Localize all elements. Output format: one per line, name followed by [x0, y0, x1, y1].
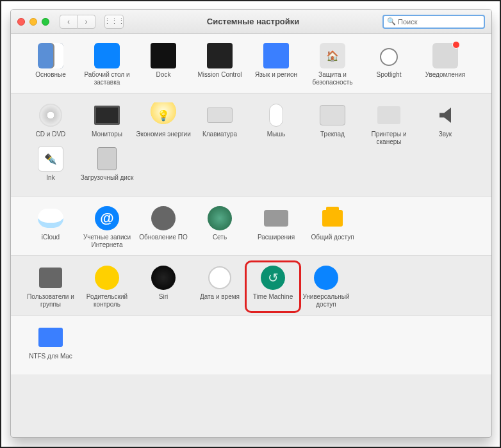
pref-energy[interactable]: 💡Экономия энергии	[135, 102, 192, 146]
search-field[interactable]: 🔍	[382, 15, 485, 29]
grid-icon: ⋮⋮⋮	[104, 17, 125, 26]
software-update-icon	[151, 205, 176, 231]
keyboard-icon	[207, 102, 233, 128]
pref-siri[interactable]: Siri	[135, 265, 192, 308]
window-title: Системные настройки	[129, 17, 377, 26]
pref-printers[interactable]: Принтеры и сканеры	[361, 102, 417, 146]
pref-desktop[interactable]: Рабочий стол и заставка	[79, 43, 135, 86]
users-icon	[38, 265, 63, 291]
pref-date-time[interactable]: Дата и время	[192, 265, 248, 308]
energy-icon: 💡	[151, 102, 176, 128]
chevron-left-icon: ‹	[67, 17, 70, 26]
time-machine-icon: ↺	[260, 265, 286, 291]
pref-general[interactable]: Основные	[22, 43, 79, 86]
pref-trackpad[interactable]: Трекпад	[304, 102, 361, 146]
general-icon	[38, 43, 63, 68]
pref-security[interactable]: 🏠Защита и безопасность	[304, 43, 361, 86]
window-controls	[17, 18, 49, 26]
section-hardware: CD и DVD Мониторы 💡Экономия энергии Клав…	[11, 93, 491, 196]
pref-notifications[interactable]: Уведомления	[417, 43, 473, 86]
back-button[interactable]: ‹	[60, 15, 78, 29]
printers-icon	[376, 102, 402, 128]
internet-accounts-icon: @	[94, 205, 120, 231]
icloud-icon	[38, 205, 63, 231]
pref-time-machine[interactable]: ↺Time Machine	[245, 260, 301, 313]
pref-startup-disk[interactable]: Загрузочный диск	[79, 146, 135, 189]
date-time-icon	[207, 265, 233, 291]
desktop-icon	[94, 43, 120, 68]
pref-software-update[interactable]: Обновление ПО	[135, 205, 192, 249]
pref-language[interactable]: Язык и регион	[248, 43, 304, 86]
pref-mission-control[interactable]: Mission Control	[192, 43, 248, 86]
pref-network[interactable]: Сеть	[192, 205, 248, 249]
pref-accessibility[interactable]: Универсальный доступ	[298, 265, 354, 308]
displays-icon	[94, 102, 120, 128]
pref-keyboard[interactable]: Клавиатура	[192, 102, 248, 146]
minimize-icon[interactable]	[29, 18, 37, 26]
sound-icon	[432, 102, 458, 128]
pref-extensions[interactable]: Расширения	[248, 205, 304, 249]
pref-spotlight[interactable]: Spotlight	[361, 43, 417, 86]
search-input[interactable]	[398, 18, 486, 26]
pref-cd-dvd[interactable]: CD и DVD	[22, 102, 79, 146]
startup-disk-icon	[94, 146, 120, 172]
network-icon	[207, 205, 233, 231]
pref-sharing[interactable]: Общий доступ	[304, 205, 361, 249]
security-icon: 🏠	[320, 43, 345, 68]
section-personal: Основные Рабочий стол и заставка Dock Mi…	[11, 34, 491, 93]
system-preferences-window: ‹ › ⋮⋮⋮ Системные настройки 🔍 Основные Р…	[10, 9, 492, 438]
section-internet: iCloud @Учетные записи Интернета Обновле…	[11, 196, 491, 256]
chevron-right-icon: ›	[85, 17, 88, 26]
nav-buttons: ‹ ›	[60, 15, 95, 29]
close-icon[interactable]	[17, 18, 25, 26]
cd-dvd-icon	[38, 102, 63, 128]
pref-users[interactable]: Пользователи и группы	[22, 265, 79, 308]
pref-displays[interactable]: Мониторы	[79, 102, 135, 146]
zoom-icon[interactable]	[42, 18, 49, 26]
dock-icon	[151, 43, 176, 68]
section-system: Пользователи и группы Родительский контр…	[11, 256, 491, 316]
sharing-icon	[320, 205, 345, 231]
mouse-icon	[263, 102, 289, 128]
pref-parental-controls[interactable]: Родительский контроль	[79, 265, 135, 308]
ink-icon: ✒️	[38, 146, 63, 172]
show-all-button[interactable]: ⋮⋮⋮	[104, 15, 124, 29]
accessibility-icon	[313, 265, 339, 291]
extensions-icon	[263, 205, 289, 231]
pref-internet-accounts[interactable]: @Учетные записи Интернета	[79, 205, 135, 249]
pref-icloud[interactable]: iCloud	[22, 205, 79, 249]
toolbar: ‹ › ⋮⋮⋮ Системные настройки 🔍	[11, 10, 491, 34]
pref-ntfs[interactable]: NTFS для Mac	[22, 324, 79, 368]
parental-controls-icon	[94, 265, 120, 291]
forward-button[interactable]: ›	[78, 15, 95, 29]
notifications-icon	[432, 43, 458, 68]
pref-sound[interactable]: Звук	[417, 102, 473, 146]
spotlight-icon	[376, 43, 402, 68]
mission-control-icon	[207, 43, 233, 68]
search-icon: 🔍	[387, 17, 396, 26]
trackpad-icon	[320, 102, 345, 128]
section-thirdparty: NTFS для Mac	[11, 316, 491, 374]
notification-badge	[452, 41, 460, 49]
pref-dock[interactable]: Dock	[135, 43, 192, 86]
siri-icon	[151, 265, 176, 291]
language-icon	[263, 43, 289, 68]
pref-ink[interactable]: ✒️Ink	[22, 146, 79, 189]
ntfs-icon	[38, 324, 63, 350]
pref-mouse[interactable]: Мышь	[248, 102, 304, 146]
